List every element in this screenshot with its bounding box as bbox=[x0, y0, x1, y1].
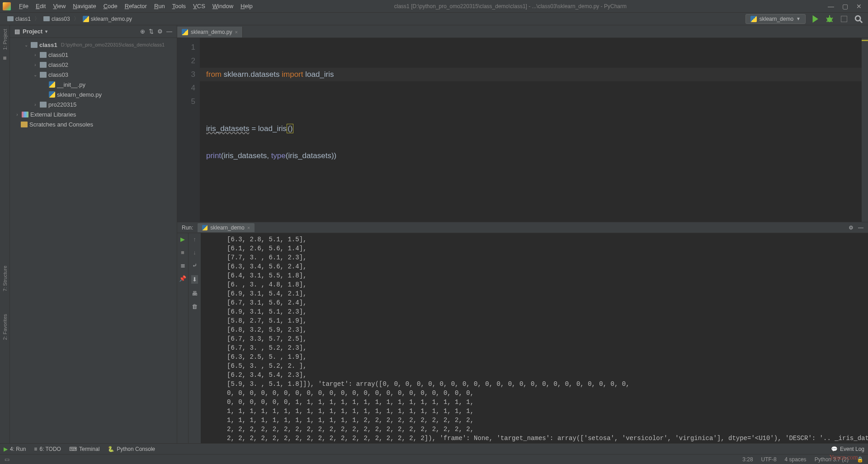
python-console-bottom-tab[interactable]: 🐍Python Console bbox=[108, 446, 155, 452]
menubar: FileEditViewNavigateCodeRefactorRunTools… bbox=[0, 0, 868, 13]
python-file-icon bbox=[182, 29, 188, 35]
breadcrumb-sep: 〉 bbox=[73, 15, 80, 23]
menu-navigate[interactable]: Navigate bbox=[69, 1, 99, 11]
run-toolbar: ▶ ■ ≣ 📌 bbox=[177, 233, 188, 443]
structure-toolwindow-tab[interactable]: 7: Structure bbox=[2, 266, 8, 291]
tree-file[interactable]: sklearn_demo.py bbox=[10, 89, 177, 99]
todo-bottom-tab[interactable]: ≡6: TODO bbox=[34, 446, 61, 452]
scroll-to-end-icon[interactable]: ⬇ bbox=[191, 275, 198, 284]
run-config-label: sklearn_demo bbox=[760, 16, 793, 22]
terminal-bottom-tab[interactable]: ⌨Terminal bbox=[69, 446, 99, 452]
pin-icon[interactable]: 📌 bbox=[179, 275, 186, 282]
file-encoding[interactable]: UTF-8 bbox=[761, 456, 777, 463]
bookmark-icon[interactable]: ■ bbox=[3, 54, 6, 61]
tree-folder[interactable]: ⌄class03 bbox=[10, 70, 177, 80]
menu-run[interactable]: Run bbox=[151, 1, 169, 11]
maximize-icon[interactable]: ▢ bbox=[842, 3, 848, 10]
folder-icon bbox=[7, 16, 14, 21]
tree-folder[interactable]: ›class01 bbox=[10, 50, 177, 60]
console-output[interactable]: [6.3, 2.8, 5.1, 1.5], [6.1, 2.6, 5.6, 1.… bbox=[201, 233, 868, 443]
breadcrumb[interactable]: class1 bbox=[5, 15, 33, 23]
window-title: class1 [D:\python_pro_omo220315\class_de… bbox=[256, 3, 828, 9]
run-configuration-selector[interactable]: sklearn_demo ▼ bbox=[745, 14, 806, 24]
run-button[interactable] bbox=[810, 14, 820, 24]
stop-button[interactable] bbox=[839, 14, 849, 24]
tree-folder[interactable]: ›pro220315 bbox=[10, 99, 177, 109]
breadcrumb[interactable]: sklearn_demo.py bbox=[80, 15, 135, 23]
menu-vcs[interactable]: VCS bbox=[189, 1, 209, 11]
external-libraries[interactable]: › External Libraries bbox=[10, 109, 177, 119]
menu-file[interactable]: File bbox=[15, 1, 32, 11]
stop-button[interactable]: ■ bbox=[181, 249, 184, 256]
project-tree: ⌄ class1D:\python_pro_omo220315\class_de… bbox=[10, 38, 177, 131]
run-bottom-tab[interactable]: ▶4: Run bbox=[4, 446, 26, 452]
chevron-down-icon: ▼ bbox=[796, 16, 801, 21]
python-file-icon bbox=[750, 16, 757, 22]
project-toolwindow-tab[interactable]: 1: Project bbox=[2, 29, 8, 50]
minimize-icon[interactable]: — bbox=[828, 3, 834, 10]
project-tool-window: ▤ Project ▾ ⊕ ⇅ ⚙ — ⌄ class1D:\python_pr… bbox=[10, 25, 177, 443]
menu-window[interactable]: Window bbox=[209, 1, 237, 11]
run-tool-window: Run: sklearn_demo × ⚙ — ▶ ■ ≣ 📌 bbox=[177, 222, 868, 443]
python-file-icon bbox=[49, 81, 55, 88]
indent-setting[interactable]: 4 spaces bbox=[785, 456, 807, 463]
folder-icon bbox=[40, 52, 47, 58]
tree-root[interactable]: ⌄ class1D:\python_pro_omo220315\class_de… bbox=[10, 40, 177, 50]
lock-icon[interactable]: 🔒 bbox=[857, 456, 863, 463]
settings-icon[interactable]: ⚙ bbox=[849, 225, 854, 231]
close-tab-icon[interactable]: × bbox=[235, 29, 237, 35]
folder-icon bbox=[40, 102, 47, 108]
menu-code[interactable]: Code bbox=[100, 1, 121, 11]
menu-edit[interactable]: Edit bbox=[32, 1, 49, 11]
editor-tabs: sklearn_demo.py × bbox=[177, 25, 868, 38]
down-arrow-icon[interactable]: ↓ bbox=[193, 249, 196, 256]
layout-icon[interactable]: ≣ bbox=[180, 262, 185, 269]
status-bar: ▭ 3:28 UTF-8 4 spaces Python 3.7 (2) 🔒 bbox=[0, 454, 868, 464]
menu-help[interactable]: Help bbox=[237, 1, 256, 11]
scratches-consoles[interactable]: Scratches and Consoles bbox=[10, 119, 177, 129]
bottom-tool-tabs: ▶4: Run ≡6: TODO ⌨Terminal 🐍Python Conso… bbox=[0, 443, 868, 454]
project-panel-title[interactable]: ▤ Project ▾ bbox=[14, 28, 137, 35]
menu-view[interactable]: View bbox=[49, 1, 69, 11]
line-gutter: 1 2 3 4 5 bbox=[177, 38, 200, 222]
code-editor[interactable]: 1 2 3 4 5 from sklearn.datasets import l… bbox=[177, 38, 868, 222]
menu-refactor[interactable]: Refactor bbox=[121, 1, 151, 11]
editor-tab[interactable]: sklearn_demo.py × bbox=[177, 27, 243, 37]
tree-file[interactable]: __init__.py bbox=[10, 80, 177, 89]
python-file-icon bbox=[49, 91, 55, 98]
settings-icon[interactable]: ⚙ bbox=[157, 28, 163, 35]
breadcrumb[interactable]: class03 bbox=[41, 15, 73, 23]
editor-marker-strip[interactable] bbox=[862, 38, 868, 222]
libraries-icon bbox=[22, 112, 28, 117]
svg-point-1 bbox=[855, 16, 860, 21]
tree-folder[interactable]: ›class02 bbox=[10, 60, 177, 70]
run-label: Run: bbox=[182, 225, 193, 231]
locate-icon[interactable]: ⊕ bbox=[140, 28, 145, 35]
close-tab-icon[interactable]: × bbox=[247, 225, 250, 230]
trash-icon[interactable]: 🗑 bbox=[192, 303, 198, 310]
hide-icon[interactable]: — bbox=[858, 225, 863, 231]
close-icon[interactable]: ✕ bbox=[856, 3, 862, 10]
python-interpreter[interactable]: Python 3.7 (2) bbox=[815, 456, 849, 463]
menu-tools[interactable]: Tools bbox=[169, 1, 189, 11]
folder-icon bbox=[31, 42, 38, 48]
navigation-bar: class1 〉 class03 〉 sklearn_demo.py sklea… bbox=[0, 13, 868, 25]
status-icon[interactable]: ▭ bbox=[5, 456, 9, 463]
up-arrow-icon[interactable]: ↑ bbox=[193, 236, 196, 243]
search-everywhere-button[interactable] bbox=[854, 14, 863, 24]
breadcrumb-sep: 〉 bbox=[33, 15, 41, 23]
soft-wrap-icon[interactable]: ⤶ bbox=[192, 262, 197, 269]
run-tab[interactable]: sklearn_demo × bbox=[198, 223, 255, 232]
event-log-tab[interactable]: 💬Event Log bbox=[831, 446, 864, 452]
rerun-button[interactable]: ▶ bbox=[180, 236, 185, 243]
python-file-icon bbox=[83, 16, 89, 22]
expand-icon[interactable]: ⇅ bbox=[149, 28, 154, 35]
favorites-toolwindow-tab[interactable]: 2: Favorites bbox=[2, 314, 8, 340]
caret-position[interactable]: 3:28 bbox=[742, 456, 753, 463]
run-toolbar-secondary: ↑ ↓ ⤶ ⬇ 🖶 🗑 bbox=[188, 233, 201, 443]
debug-button[interactable] bbox=[825, 14, 835, 24]
print-icon[interactable]: 🖶 bbox=[192, 290, 198, 297]
hide-icon[interactable]: — bbox=[166, 28, 172, 35]
folder-icon bbox=[43, 16, 50, 21]
scratch-icon bbox=[21, 122, 28, 127]
